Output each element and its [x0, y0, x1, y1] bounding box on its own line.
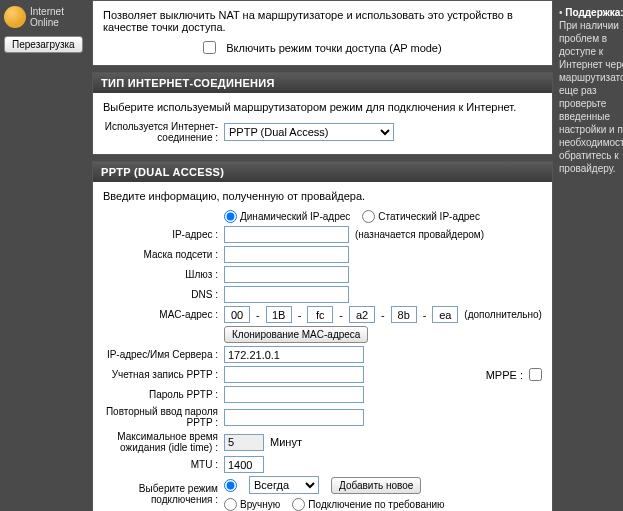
- status-title: Internet: [30, 6, 64, 17]
- ondemand-radio[interactable]: [292, 498, 305, 511]
- status-sub: Online: [30, 17, 64, 28]
- ap-mode-label: Включить режим точки доступа (AP mode): [226, 42, 441, 54]
- dyn-ip-radio[interactable]: [224, 210, 237, 223]
- always-select[interactable]: Всегда: [249, 476, 319, 494]
- gw-input[interactable]: [224, 266, 349, 283]
- mac-4[interactable]: [391, 306, 417, 323]
- globe-icon: [4, 6, 26, 28]
- server-input[interactable]: [224, 346, 364, 363]
- mppe-checkbox[interactable]: [529, 368, 542, 381]
- mac-0[interactable]: [224, 306, 250, 323]
- conn-type-select[interactable]: PPTP (Dual Access): [224, 123, 394, 141]
- always-radio[interactable]: [224, 479, 237, 492]
- mac-3[interactable]: [349, 306, 375, 323]
- status-block: Internet Online: [4, 6, 86, 28]
- support-title: Поддержка:: [565, 7, 623, 18]
- nat-desc: Позволяет выключить NAT на маршрутизатор…: [103, 9, 542, 33]
- addnew-button[interactable]: Добавить новое: [331, 477, 421, 494]
- mask-input[interactable]: [224, 246, 349, 263]
- account-input[interactable]: [224, 366, 364, 383]
- conn-desc: Выберите используемый маршрутизатором ре…: [103, 101, 542, 113]
- idle-input[interactable]: [224, 434, 264, 451]
- pptp-desc: Введите информацию, полученную от провай…: [103, 190, 542, 202]
- conn-title: ТИП ИНТЕРНЕТ-СОЕДИНЕНИЯ: [93, 73, 552, 93]
- conn-label: Используется Интернет-соединение :: [103, 121, 218, 143]
- mac-5[interactable]: [432, 306, 458, 323]
- manual-radio[interactable]: [224, 498, 237, 511]
- pptp-title: PPTP (DUAL ACCESS): [93, 162, 552, 182]
- ip-input[interactable]: [224, 226, 349, 243]
- reboot-button[interactable]: Перезагрузка: [4, 36, 83, 53]
- mtu-input[interactable]: [224, 456, 264, 473]
- support-body: При наличии проблем в доступе к Интернет…: [559, 19, 623, 175]
- clone-mac-button[interactable]: Клонирование MAC-адреса: [224, 326, 368, 343]
- stat-ip-radio[interactable]: [362, 210, 375, 223]
- dns-input[interactable]: [224, 286, 349, 303]
- mac-2[interactable]: [307, 306, 333, 323]
- pwd-input[interactable]: [224, 386, 364, 403]
- ap-mode-checkbox[interactable]: [203, 41, 216, 54]
- pwd2-input[interactable]: [224, 409, 364, 426]
- mac-1[interactable]: [266, 306, 292, 323]
